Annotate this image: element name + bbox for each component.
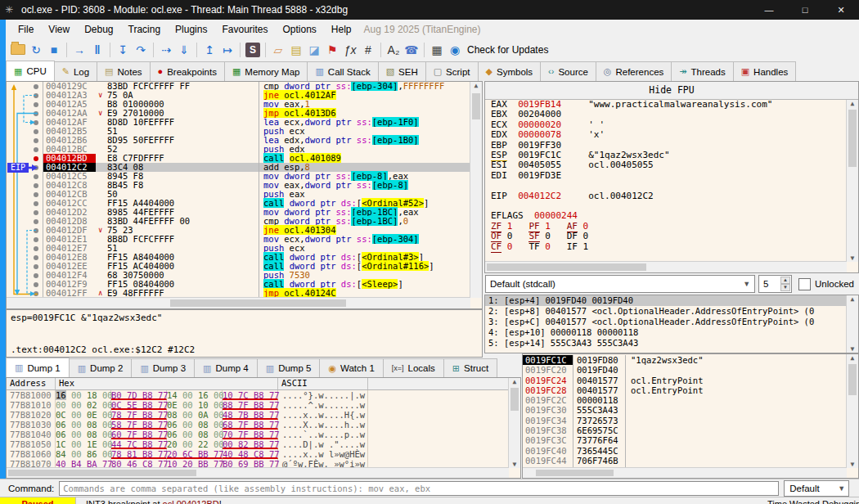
step-out-icon[interactable]: ⇓ <box>175 42 193 58</box>
menu-debug[interactable]: Debug <box>77 21 120 38</box>
pause-icon[interactable]: ‖ <box>88 42 106 58</box>
registers-vertical-scrollbar[interactable]: ▲ ▼ <box>846 100 858 262</box>
instruction-dot[interactable] <box>34 282 38 287</box>
comment-icon[interactable]: ▤ <box>287 42 305 58</box>
calculator-icon[interactable]: ▦ <box>428 42 446 58</box>
hide-fpu-button[interactable]: Hide FPU <box>485 82 858 100</box>
menu-tracing[interactable]: Tracing <box>121 21 169 38</box>
dump-pane[interactable]: Address Hex ASCII 77B8100016 00 18 00B0 … <box>6 377 521 479</box>
scroll-down-icon[interactable]: ▼ <box>509 461 520 468</box>
instruction-dot[interactable] <box>34 138 38 143</box>
disassembly-horizontal-scrollbar[interactable] <box>7 297 470 308</box>
breakpoint-dot[interactable] <box>34 156 38 161</box>
dump-vertical-scrollbar[interactable]: ▲ ▼ <box>508 378 520 468</box>
registers-pane[interactable]: Hide FPU EAX 0019FB14 "www.practicalmalw… <box>484 81 859 273</box>
instruction-dot[interactable] <box>34 174 38 179</box>
dump-row[interactable]: 77B8106084 00 86 0078 81 B8 7720 6C BB 7… <box>7 449 509 459</box>
tab-dump-1[interactable]: ▥Dump 1 <box>6 358 70 377</box>
instruction-dot[interactable] <box>34 210 38 215</box>
stack-pane[interactable]: 0019FC1C0019FD80"1qaz2wsx3edc"0019FC2000… <box>522 353 859 479</box>
stop-icon[interactable]: ■ <box>45 42 63 58</box>
scroll-up-icon[interactable]: ▲ <box>847 295 858 303</box>
dump-row[interactable]: 77B810200C 00 0E 0078 7F B8 7708 00 0A 0… <box>7 410 509 420</box>
arguments-pane[interactable]: 1: [esp+4] 0019FD40 0019FD402: [esp+8] 0… <box>484 295 859 353</box>
update-globe-icon[interactable]: ◉ <box>446 42 464 58</box>
tab-dump-3[interactable]: ▥Dump 3 <box>131 358 195 377</box>
execute-till-return-icon[interactable]: ↥ <box>200 42 218 58</box>
stack-row[interactable]: 0019FC2C00000118 <box>523 395 847 405</box>
dump-horizontal-scrollbar[interactable] <box>7 467 509 478</box>
hash-icon[interactable]: # <box>359 42 377 58</box>
menu-options[interactable]: Options <box>275 21 323 38</box>
stack-row[interactable]: 0019FC3C73776F64 <box>523 435 847 445</box>
spin-up-icon[interactable]: ▲ <box>780 277 790 284</box>
stack-row[interactable]: 0019FC386E69575C <box>523 425 847 435</box>
instruction-dot[interactable] <box>34 183 38 188</box>
instruction-dot[interactable] <box>34 129 38 134</box>
tab-locals[interactable]: [x=]Locals <box>383 358 444 377</box>
tab-seh[interactable]: ▧SEH <box>378 61 426 81</box>
argument-depth-stepper[interactable]: 5 ▲▼ <box>758 275 792 293</box>
tab-log[interactable]: ✎Log <box>54 61 97 81</box>
scroll-down-icon[interactable]: ▼ <box>847 461 858 468</box>
instruction-dot[interactable] <box>34 291 38 296</box>
tab-memory-map[interactable]: ▦Memory Map <box>224 61 308 81</box>
restart-icon[interactable]: ↻ <box>27 42 45 58</box>
scroll-up-icon[interactable]: ▲ <box>847 100 858 107</box>
dump-row[interactable]: 77B8101000 00 02 000C 5E B8 770E 00 10 0… <box>7 400 509 410</box>
run-to-selection-icon[interactable]: ⇢ <box>157 42 175 58</box>
label-icon[interactable]: ◪ <box>305 42 323 58</box>
scroll-down-icon[interactable]: ▼ <box>847 254 858 262</box>
dump-row[interactable]: 77B810501C 00 1E 0044 7C B8 7720 00 22 0… <box>7 439 509 449</box>
run-to-user-code-icon[interactable]: ↦ <box>218 42 236 58</box>
menu-view[interactable]: View <box>41 21 77 38</box>
stack-horizontal-scrollbar[interactable] <box>523 467 847 478</box>
instruction-dot[interactable] <box>34 201 38 206</box>
tab-dump-5[interactable]: ▥Dump 5 <box>257 358 321 377</box>
menu-plugins[interactable]: Plugins <box>168 21 214 38</box>
strings-icon[interactable]: A₂ <box>385 42 403 58</box>
tab-notes[interactable]: ▤Notes <box>97 61 150 81</box>
unlocked-checkbox[interactable]: Unlocked <box>798 278 854 290</box>
command-mode-select[interactable]: Default ▼ <box>784 480 849 497</box>
instruction-dot[interactable] <box>34 102 38 107</box>
checkbox-icon[interactable] <box>798 278 811 290</box>
instruction-dot[interactable] <box>34 264 38 269</box>
patch-icon[interactable]: ▱ <box>269 42 287 58</box>
instruction-dot[interactable] <box>34 165 38 170</box>
calling-convention-select[interactable]: Default (stdcall) ▼ <box>485 275 755 293</box>
stack-vertical-scrollbar[interactable]: ▲ ▼ <box>846 354 858 468</box>
dump-row[interactable]: 77B8100016 00 18 00B0 7D B8 7714 00 16 0… <box>7 390 509 400</box>
register-line[interactable]: EIP 004012C2 ocl.004012C2 <box>491 191 852 201</box>
check-for-updates-label[interactable]: Check for Updates <box>467 44 548 56</box>
instruction-dot[interactable] <box>34 219 38 224</box>
tab-dump-2[interactable]: ▥Dump 2 <box>69 358 133 377</box>
tab-watch-1[interactable]: ◉Watch 1 <box>319 358 383 377</box>
tab-handles[interactable]: ▣Handles <box>733 61 797 81</box>
argument-row[interactable]: 3: [esp+C] 00401577 <ocl.OptionalHeader.… <box>485 317 847 327</box>
tab-symbols[interactable]: ◆Symbols <box>478 61 542 81</box>
stack-row[interactable]: 0019FC407365445C <box>523 446 847 456</box>
spin-down-icon[interactable]: ▼ <box>780 284 790 291</box>
argument-row[interactable]: 5: [esp+14] 555C3A43 555C3A43 <box>485 338 847 349</box>
arguments-vertical-scrollbar[interactable]: ▲ ▼ <box>846 295 858 353</box>
instruction-dot[interactable] <box>34 246 38 251</box>
scroll-down-icon[interactable]: ▼ <box>847 345 858 353</box>
disassembly-pane[interactable]: 0040129C83BD FCFCFFFF FFcmp dword ptr ss… <box>6 81 483 309</box>
registers-horizontal-scrollbar[interactable] <box>485 261 847 272</box>
instruction-dot[interactable] <box>34 255 38 260</box>
tab-struct[interactable]: ⊞Struct <box>443 358 497 377</box>
scroll-up-icon[interactable]: ▲ <box>847 354 858 362</box>
function-icon[interactable]: ƒx <box>341 42 359 58</box>
argument-row[interactable]: 2: [esp+8] 00401577 <ocl.OptionalHeader.… <box>485 306 847 317</box>
tab-script[interactable]: ▢Script <box>425 61 479 81</box>
scroll-up-icon[interactable]: ▲ <box>470 82 482 89</box>
menu-help[interactable]: Help <box>324 21 359 38</box>
stack-row[interactable]: 0019FC30555C3A43 <box>523 405 847 415</box>
instruction-dot[interactable] <box>34 120 38 125</box>
run-icon[interactable]: → <box>70 42 88 58</box>
maximize-button[interactable]: □ <box>787 5 823 15</box>
stack-row[interactable]: 0019FC2800401577ocl.EntryPoint <box>523 385 847 395</box>
stack-row[interactable]: 0019FC3473726573 <box>523 416 847 425</box>
instruction-dot[interactable] <box>34 93 38 98</box>
